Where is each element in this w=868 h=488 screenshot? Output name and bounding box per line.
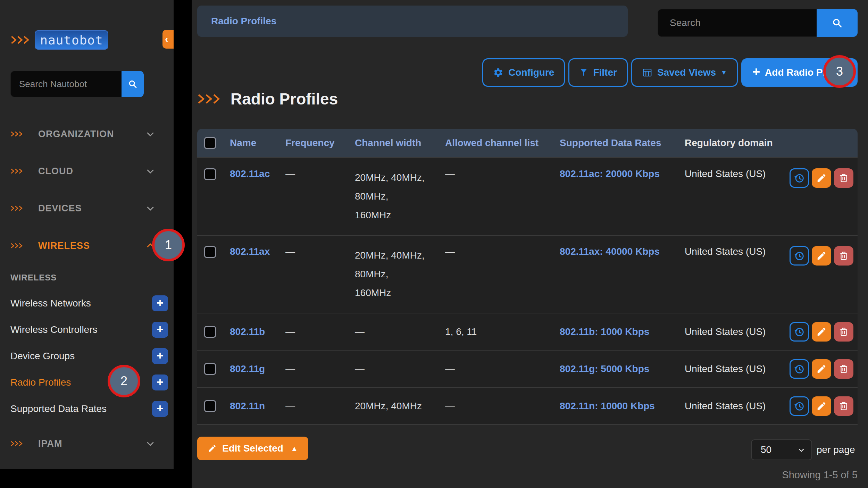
sidebar-section-devices[interactable]: DEVICES: [0, 201, 174, 216]
configure-button[interactable]: Configure: [482, 58, 565, 87]
clock-history-icon: [793, 326, 805, 338]
supported-data-rate-link[interactable]: 802.11ax: 40000 Kbps: [560, 246, 660, 257]
row-actions: [790, 322, 858, 342]
trash-icon: [838, 401, 849, 411]
edit-button[interactable]: [812, 359, 831, 379]
radio-profile-link[interactable]: 802.11ax: [230, 246, 270, 257]
breadcrumb[interactable]: Radio Profiles: [197, 6, 628, 37]
row-checkbox[interactable]: [204, 400, 216, 412]
frequency-cell: —: [278, 363, 348, 375]
column-header-channel-width[interactable]: Channel width: [348, 137, 438, 149]
radio-profile-link[interactable]: 802.11g: [230, 363, 265, 374]
delete-button[interactable]: [834, 246, 853, 266]
supported-data-rate-link[interactable]: 802.11b: 1000 Kbps: [560, 326, 649, 337]
column-header-supported-data-rates[interactable]: Supported Data Rates: [553, 137, 678, 149]
changelog-button[interactable]: [790, 396, 809, 416]
per-page-label: per page: [817, 439, 855, 460]
sidebar-section-organization[interactable]: ORGANIZATION: [0, 126, 174, 142]
section-label: WIRELESS: [38, 241, 90, 251]
radio-profile-link[interactable]: 802.11n: [230, 401, 265, 411]
sidebar-search-button[interactable]: [122, 71, 144, 97]
row-actions: [790, 246, 858, 266]
add-wireless-controller-button[interactable]: +: [152, 322, 168, 338]
delete-button[interactable]: [834, 322, 853, 342]
nautobot-logo[interactable]: nautobot: [35, 30, 108, 50]
table-row: 802.11b — — 1, 6, 11 802.11b: 1000 Kbps …: [197, 313, 858, 350]
sidebar-item-wireless-networks[interactable]: Wireless Networks +: [0, 291, 174, 316]
radio-profile-link[interactable]: 802.11b: [230, 326, 265, 337]
main-content: Radio Profiles Configure Filter Saved Vi…: [192, 0, 868, 488]
allowed-channel-list-cell: —: [438, 246, 553, 257]
regulatory-domain-cell: United States (US): [678, 246, 789, 257]
column-header-name[interactable]: Name: [223, 137, 278, 149]
allowed-channel-list-cell: —: [438, 168, 553, 179]
row-checkbox[interactable]: [204, 246, 216, 258]
changelog-button[interactable]: [790, 359, 809, 379]
edit-selected-label: Edit Selected: [222, 443, 283, 454]
allowed-channel-list-cell: —: [438, 401, 553, 412]
supported-data-rate-link[interactable]: 802.11n: 10000 Kbps: [560, 401, 655, 411]
delete-button[interactable]: [834, 168, 853, 188]
supported-data-rate-link[interactable]: 802.11ac: 20000 Kbps: [560, 168, 660, 179]
pencil-icon: [208, 444, 217, 453]
add-wireless-network-button[interactable]: +: [152, 295, 168, 311]
regulatory-domain-cell: United States (US): [678, 326, 789, 337]
chevron-down-icon: [145, 129, 156, 139]
search-button[interactable]: [817, 9, 858, 37]
table-row: 802.11ac — 20MHz, 40MHz, 80MHz, 160MHz —…: [197, 157, 858, 235]
caret-up-icon: ▲: [291, 445, 298, 453]
edit-button[interactable]: [812, 246, 831, 266]
sidebar-search-input[interactable]: [10, 71, 122, 97]
column-header-regulatory-domain[interactable]: Regulatory domain: [678, 137, 789, 149]
sidebar-item-supported-data-rates[interactable]: Supported Data Rates +: [0, 396, 174, 421]
chevron-down-icon: [797, 445, 806, 454]
sidebar-item-label: Radio Profiles: [10, 377, 71, 388]
channel-width-cell: 20MHz, 40MHz, 80MHz, 160MHz: [348, 168, 438, 225]
changelog-button[interactable]: [790, 246, 809, 266]
section-label: DEVICES: [38, 203, 82, 214]
table-grid-icon: [642, 67, 652, 78]
trash-icon: [838, 251, 849, 261]
sidebar-item-wireless-controllers[interactable]: Wireless Controllers +: [0, 317, 174, 342]
column-header-frequency[interactable]: Frequency: [278, 137, 348, 149]
supported-data-rate-link[interactable]: 802.11g: 5000 Kbps: [560, 363, 649, 374]
sidebar-item-device-groups[interactable]: Device Groups +: [0, 344, 174, 369]
add-radio-profile-quick-button[interactable]: +: [152, 375, 168, 390]
delete-button[interactable]: [834, 396, 853, 416]
pencil-icon: [816, 401, 827, 411]
per-page-select[interactable]: 50: [751, 439, 812, 460]
sidebar-section-wireless[interactable]: WIRELESS: [0, 238, 174, 253]
row-checkbox[interactable]: [204, 326, 216, 338]
edit-button[interactable]: [812, 168, 831, 188]
add-supported-data-rate-button[interactable]: +: [152, 401, 168, 417]
plus-icon: +: [157, 297, 164, 309]
pencil-icon: [816, 251, 827, 261]
trash-icon: [838, 327, 849, 337]
radio-profile-link[interactable]: 802.11ac: [230, 168, 270, 179]
sidebar-item-radio-profiles[interactable]: Radio Profiles +: [0, 370, 174, 395]
row-checkbox[interactable]: [204, 363, 216, 375]
saved-views-button[interactable]: Saved Views ▼: [631, 58, 738, 87]
delete-button[interactable]: [834, 359, 853, 379]
table-row: 802.11g — — — 802.11g: 5000 Kbps United …: [197, 350, 858, 387]
edit-button[interactable]: [812, 322, 831, 342]
annotation-number: 1: [165, 238, 172, 252]
column-header-allowed-channel-list[interactable]: Allowed channel list: [438, 137, 553, 149]
changelog-button[interactable]: [790, 168, 809, 188]
annotation-number: 3: [836, 64, 843, 79]
section-chevrons-icon: [10, 168, 23, 174]
regulatory-domain-cell: United States (US): [678, 401, 789, 412]
changelog-button[interactable]: [790, 322, 809, 342]
select-all-checkbox[interactable]: [204, 137, 216, 149]
sidebar-collapse-button[interactable]: ‹: [162, 30, 174, 49]
filter-button[interactable]: Filter: [568, 58, 627, 87]
edit-selected-button[interactable]: Edit Selected ▲: [197, 437, 308, 460]
sidebar-section-ipam[interactable]: IPAM: [0, 436, 174, 451]
nautobot-chevrons-icon: [10, 35, 30, 45]
row-checkbox[interactable]: [204, 168, 216, 180]
edit-button[interactable]: [812, 396, 831, 416]
search-input[interactable]: [658, 9, 817, 37]
add-device-group-button[interactable]: +: [152, 348, 168, 364]
section-label: ORGANIZATION: [38, 129, 114, 140]
sidebar-section-cloud[interactable]: CLOUD: [0, 163, 174, 179]
